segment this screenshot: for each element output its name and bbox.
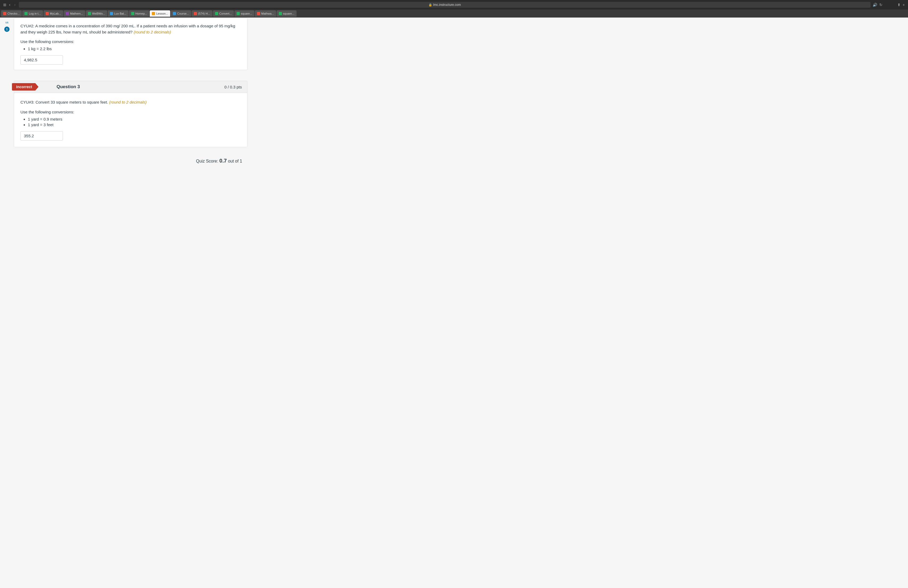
tab-bar: Checko... Log in t... MyLab... Mathem...… <box>0 10 908 18</box>
tab-favicon-course <box>173 12 176 15</box>
question3-section: Incorrect Question 3 0 / 0.3 pts CYU#3: … <box>14 81 248 147</box>
tab-lesson[interactable]: Lesson... <box>150 10 170 17</box>
question3-points: 0 / 0.3 pts <box>224 85 242 89</box>
quiz-score-suffix: out of 1 <box>228 159 242 163</box>
question3-conversion-2: 1 yard = 3 feet <box>28 122 241 127</box>
tab-favicon-luxbal <box>110 12 113 15</box>
tab-favicon-square1 <box>237 12 240 15</box>
sidebar-badge[interactable]: 1 <box>4 27 10 32</box>
question3-text-content: CYU#3: Convert 33 square meters to squar… <box>21 100 108 105</box>
tab-574h[interactable]: (574) H... <box>192 10 213 17</box>
tab-favicon-login <box>24 12 27 15</box>
question3-conversion-list: 1 yard = 0.9 meters 1 yard = 3 feet <box>21 117 241 127</box>
tab-login[interactable]: Log in t... <box>22 10 43 17</box>
address-bar[interactable]: 🔒 lmc.instructure.com <box>19 2 871 8</box>
tab-favicon-lesson <box>152 12 155 15</box>
question3-conversion-1: 1 yard = 0.9 meters <box>28 117 241 121</box>
tab-checko[interactable]: Checko... <box>1 10 22 17</box>
nav-back-icon[interactable]: ‹ <box>8 2 11 7</box>
question3-header: Incorrect Question 3 0 / 0.3 pts <box>14 81 247 93</box>
tab-label-mylab: MyLab... <box>50 12 61 15</box>
new-tab-icon[interactable]: + <box>903 3 905 7</box>
tab-label-homep: Homep... <box>135 12 147 15</box>
tab-label-convert: Convert... <box>219 12 232 15</box>
tab-favicon-square2 <box>279 12 282 15</box>
question3-title: Question 3 <box>56 84 80 90</box>
sidebar-us-label: us <box>5 21 8 24</box>
tab-homep[interactable]: Homep... <box>129 10 150 17</box>
question2-text: CYU#2: A medicine comes in a concentrati… <box>21 23 241 35</box>
tab-mathem[interactable]: Mathem... <box>64 10 85 17</box>
share-icon[interactable]: ⬆ <box>897 3 901 7</box>
tab-label-checko: Checko... <box>7 12 19 15</box>
question3-round-note: (round to 2 decimals) <box>109 100 147 105</box>
tab-convert[interactable]: Convert... <box>213 10 234 17</box>
tab-label-course: Course... <box>177 12 189 15</box>
browser-chrome: ⊞ ‹ › 🔒 lmc.instructure.com 🔊 ↻ ⬆ + <box>0 0 908 10</box>
refresh-icon[interactable]: ↻ <box>879 3 882 7</box>
incorrect-badge: Incorrect <box>12 83 39 90</box>
question2-answer-input[interactable] <box>21 55 63 64</box>
tab-favicon-mathem <box>66 12 69 15</box>
tab-square2[interactable]: square... <box>277 10 296 17</box>
tab-label-square1: square... <box>241 12 252 15</box>
tab-favicon-mylab <box>46 12 49 15</box>
tab-square1[interactable]: square... <box>234 10 254 17</box>
browser-actions: 🔊 ↻ ⬆ + <box>873 3 905 7</box>
tab-webwo[interactable]: WeBWo... <box>86 10 107 17</box>
tab-label-lesson: Lesson... <box>156 12 168 15</box>
tab-favicon-mathwa <box>257 12 260 15</box>
tab-label-webwo: WeBWo... <box>92 12 105 15</box>
tab-favicon-homep <box>131 12 134 15</box>
page-wrapper: us 1 CYU#2: A medicine comes in a concen… <box>0 18 908 588</box>
tab-favicon-convert <box>215 12 218 15</box>
quiz-score-label: Quiz Score: <box>196 159 218 163</box>
tab-label-mathem: Mathem... <box>70 12 83 15</box>
tab-favicon-webwo <box>88 12 91 15</box>
tab-label-square2: square... <box>283 12 295 15</box>
url-text: lmc.instructure.com <box>433 3 461 6</box>
tab-label-luxbal: Lux Bal... <box>114 12 126 15</box>
tab-favicon-574h <box>194 12 197 15</box>
left-sidebar: us 1 <box>0 18 14 588</box>
tab-course[interactable]: Course... <box>171 10 191 17</box>
tab-mathwa[interactable]: Mathwa... <box>255 10 276 17</box>
question3-conversions-label: Use the following conversions: <box>21 110 241 114</box>
main-content: CYU#2: A medicine comes in a concentrati… <box>14 18 253 588</box>
question2-conversion-list: 1 kg = 2.2 lbs <box>21 47 241 51</box>
audio-icon[interactable]: 🔊 <box>873 3 877 7</box>
quiz-score-value: 0.7 <box>219 158 227 164</box>
question2-round-note: (round to 2 decimals) <box>134 30 171 34</box>
question2-conversion-1: 1 kg = 2.2 lbs <box>28 47 241 51</box>
question2-text-content: CYU#2: A medicine comes in a concentrati… <box>21 24 235 34</box>
question2-conversions-label: Use the following conversions: <box>21 39 241 44</box>
browser-controls[interactable]: ⊞ ‹ › <box>3 2 17 7</box>
lock-icon: 🔒 <box>428 3 432 6</box>
tab-label-574h: (574) H... <box>198 12 210 15</box>
sidebar-toggle-icon[interactable]: ⊞ <box>3 3 6 7</box>
tab-label-login: Log in t... <box>29 12 40 15</box>
tab-luxbal[interactable]: Lux Bal... <box>108 10 129 17</box>
question3-answer-input[interactable] <box>21 131 63 140</box>
question2-partial: CYU#2: A medicine comes in a concentrati… <box>14 18 248 70</box>
nav-forward-icon[interactable]: › <box>13 2 16 7</box>
tab-label-mathwa: Mathwa... <box>261 12 274 15</box>
tab-mylab[interactable]: MyLab... <box>43 10 63 17</box>
question3-text: CYU#3: Convert 33 square meters to squar… <box>21 99 241 105</box>
spacer1 <box>14 76 248 81</box>
tab-favicon-checko <box>3 12 6 15</box>
question3-body: CYU#3: Convert 33 square meters to squar… <box>14 93 247 147</box>
quiz-score-area: Quiz Score: 0.7 out of 1 <box>14 153 248 169</box>
